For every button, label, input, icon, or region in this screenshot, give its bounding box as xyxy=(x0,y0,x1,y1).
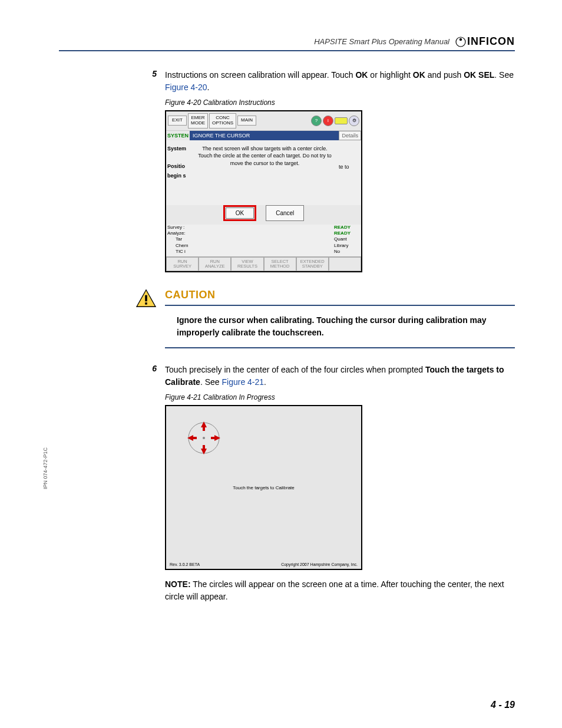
step-6: 6 Touch precisely in the center of each … xyxy=(147,364,515,388)
logo-text: INFICON xyxy=(467,35,515,48)
calibration-target-icon[interactable] xyxy=(185,419,223,457)
manual-title: HAPSITE Smart Plus Operating Manual xyxy=(314,37,449,46)
caution-icon xyxy=(135,289,157,308)
left-status-labels: System Positio begin s xyxy=(166,140,192,205)
svg-point-1 xyxy=(459,38,462,40)
page-header: HAPSITE Smart Plus Operating Manual INFI… xyxy=(59,35,515,51)
battery-icon xyxy=(335,117,348,124)
figure-ref-link[interactable]: Figure 4-21 xyxy=(222,377,265,387)
blank-button xyxy=(329,257,361,272)
step-number: 6 xyxy=(147,364,157,388)
dialog-message: The next screen will show targets with a… xyxy=(192,140,338,205)
figure-ref-link[interactable]: Figure 4-20 xyxy=(165,83,207,92)
copyright-text: Copyright 2007 Hampshire Company, Inc. xyxy=(281,562,358,566)
help-icon[interactable]: ? xyxy=(311,116,322,126)
cancel-button[interactable]: Cancel xyxy=(266,205,304,221)
calibration-prompt-text: Touch the targets to Calibrate xyxy=(233,485,295,490)
svg-rect-3 xyxy=(145,295,147,302)
dialog-title-bar: IGNORE THE CURSOR xyxy=(190,131,339,140)
figure-4-21-screenshot: Touch the targets to Calibrate Rev. 3.0.… xyxy=(165,405,362,570)
settings-icon[interactable]: ⚙ xyxy=(349,116,359,126)
right-fragment-text: te to xyxy=(338,140,361,205)
figure-4-20-caption: Figure 4-20 Calibration Instructions xyxy=(165,98,515,107)
select-method-button[interactable]: SELECT METHOD xyxy=(264,257,296,272)
exit-button[interactable]: EXIT xyxy=(168,116,187,126)
caution-block: CAUTION Ignore the cursor when calibrati… xyxy=(135,289,515,348)
extended-standby-button[interactable]: EXTENDED STANDBY xyxy=(296,257,329,272)
svg-point-6 xyxy=(203,437,205,439)
status-right: READY READY Quant Library No xyxy=(334,225,360,255)
system-label: SYSTEN xyxy=(166,131,190,140)
app-topbar: EXIT EMER MODE CONC OPTIONS MAIN ? i ⚙ xyxy=(166,111,361,131)
step-5: 5 Instructions on screen calibration wil… xyxy=(147,69,515,94)
figure-4-20-screenshot: EXIT EMER MODE CONC OPTIONS MAIN ? i ⚙ S… xyxy=(165,110,362,272)
page-number: 4 - 19 xyxy=(491,700,515,710)
view-results-button[interactable]: VIEW RESULTS xyxy=(231,257,263,272)
note-block: NOTE: The circles will appear on the scr… xyxy=(165,578,515,603)
ok-highlight: OK xyxy=(223,205,256,221)
run-analyze-button[interactable]: RUN ANALYZE xyxy=(199,257,231,272)
ok-button[interactable]: OK xyxy=(226,207,254,219)
emer-mode-button[interactable]: EMER MODE xyxy=(188,113,208,129)
step-number: 5 xyxy=(147,69,157,94)
step-text: Instructions on screen calibration will … xyxy=(165,69,515,94)
run-survey-button[interactable]: RUN SURVEY xyxy=(166,257,199,272)
caution-title: CAUTION xyxy=(165,289,515,306)
logo-icon xyxy=(455,37,466,47)
main-button[interactable]: MAIN xyxy=(237,116,256,126)
details-button[interactable]: Details xyxy=(339,131,361,140)
conc-options-button[interactable]: CONC OPTIONS xyxy=(209,113,236,129)
svg-rect-4 xyxy=(145,302,147,305)
status-left: Survey : Analyze: Tar Chem TIC i xyxy=(167,225,334,255)
document-code: IPN 074-472-P1C xyxy=(42,447,48,489)
brand-logo: INFICON xyxy=(455,35,515,48)
note-label: NOTE: xyxy=(165,579,191,589)
info-icon[interactable]: i xyxy=(323,116,333,126)
note-text: The circles will appear on the screen on… xyxy=(165,579,504,601)
caution-text: Ignore the cursor when calibrating. Touc… xyxy=(165,314,515,348)
revision-text: Rev. 3.0.2 BETA xyxy=(170,562,200,566)
bottom-toolbar: RUN SURVEY RUN ANALYZE VIEW RESULTS SELE… xyxy=(166,256,361,272)
step-text: Touch precisely in the center of each of… xyxy=(165,364,515,388)
figure-4-21-caption: Figure 4-21 Calibration In Progress xyxy=(165,393,515,401)
